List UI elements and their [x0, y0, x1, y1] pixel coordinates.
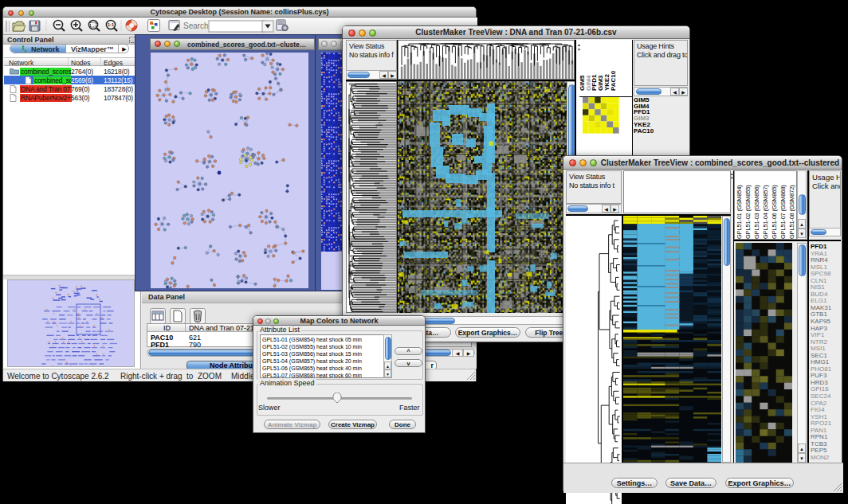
svg-text:GPL51-04 (GSM857): GPL51-04 (GSM857)	[762, 185, 769, 239]
svg-text:GPL51-08 (GSM872): GPL51-08 (GSM872)	[788, 185, 795, 239]
svg-text:1:1: 1:1	[108, 22, 114, 27]
svg-text:GPL51-02 (GSM855): GPL51-02 (GSM855)	[744, 185, 752, 239]
svg-text:Search:: Search:	[183, 21, 210, 30]
svg-text:GPL51-01 (GSM854): GPL51-01 (GSM854)	[736, 185, 743, 239]
svg-text:PAC10: PAC10	[610, 70, 617, 91]
svg-text:GPL51-07 (GSM868): GPL51-07 (GSM868)	[779, 185, 787, 239]
svg-text:GPL51-06 (GSM865): GPL51-06 (GSM865)	[771, 185, 778, 239]
svg-text:GPL51-03 (GSM856): GPL51-03 (GSM856)	[753, 185, 760, 239]
